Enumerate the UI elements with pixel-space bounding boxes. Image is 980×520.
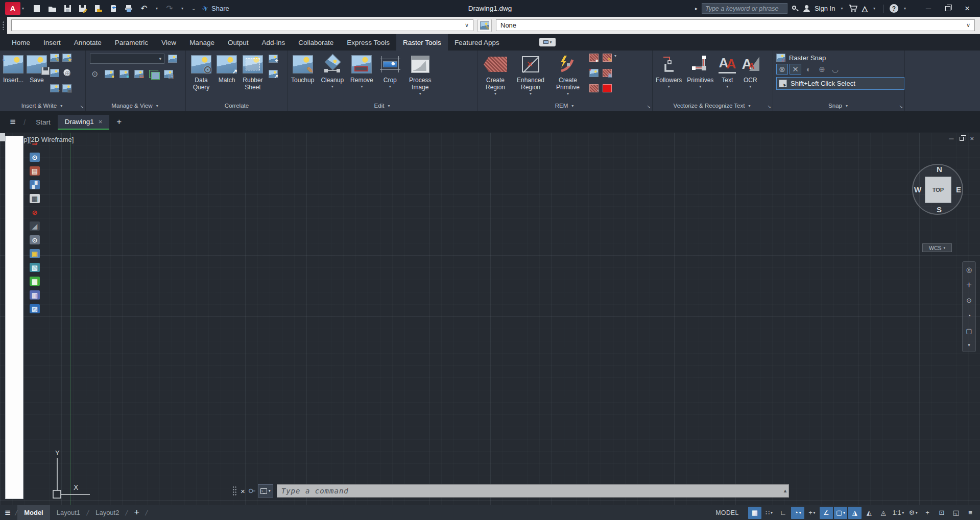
tab-add-ins[interactable]: Add-ins	[255, 34, 292, 51]
show-image-icon[interactable]	[105, 70, 114, 78]
tab-parametric[interactable]: Parametric	[108, 34, 155, 51]
tab-featured-apps[interactable]: Featured Apps	[448, 34, 506, 51]
rubber-sheet-button[interactable]: Rubber Sheet	[241, 52, 265, 91]
drawing1-tab[interactable]: Drawing1 ×	[58, 115, 110, 130]
ortho-mode-icon[interactable]: ∟	[777, 507, 790, 519]
raster-toolbar-remove-icon[interactable]: ⊘	[30, 208, 40, 217]
annotation-autoscale-icon[interactable]: ◭	[863, 507, 876, 519]
viewport-minimize-icon[interactable]: ─	[949, 135, 953, 142]
plot-icon[interactable]	[124, 4, 134, 14]
help-caret-icon[interactable]: ▾	[904, 6, 906, 11]
share-button[interactable]: ✈ Share	[202, 4, 229, 13]
image-extents-icon[interactable]	[164, 70, 173, 78]
navbar-caret-icon[interactable]: ▾	[968, 342, 970, 348]
embed-image-icon[interactable]	[50, 84, 59, 92]
autodesk-caret-icon[interactable]: ▾	[873, 6, 875, 11]
new-drawing-icon[interactable]: +	[116, 117, 122, 127]
erase-image-icon[interactable]	[134, 70, 144, 78]
start-tab[interactable]: Start	[29, 115, 58, 129]
menu-hamburger-icon[interactable]: ≡	[5, 116, 20, 128]
image-frame-combobox[interactable]: None ∨	[496, 19, 975, 31]
tab-output[interactable]: Output	[221, 34, 255, 51]
export-icon[interactable]	[93, 4, 103, 14]
sign-in-caret-icon[interactable]: ▾	[841, 6, 843, 11]
object-snap-tracking-icon[interactable]: ∠	[820, 507, 833, 519]
process-image-button[interactable]: Process Image▾	[407, 52, 434, 96]
match-button[interactable]: Match	[217, 52, 237, 84]
panel-launcher-icon[interactable]: ↘	[899, 104, 903, 109]
insert-from-web-icon[interactable]	[62, 69, 71, 77]
displace-image-icon[interactable]	[269, 55, 278, 63]
panel-launcher-icon[interactable]: ↘	[80, 104, 84, 109]
command-recent-button[interactable]: ›_▾	[258, 484, 273, 498]
object-snap-icon[interactable]: ▢▾	[834, 507, 847, 519]
viewcube-south[interactable]: S	[937, 205, 942, 214]
enhanced-region-button[interactable]: Enhanced Region▾	[515, 52, 546, 96]
raster-snap-center-icon[interactable]: ⊕	[816, 64, 828, 75]
save-as-icon[interactable]	[78, 4, 88, 14]
tab-insert[interactable]: Insert	[37, 34, 67, 51]
followers-button[interactable]: Followers▾	[656, 52, 682, 89]
select-region-icon[interactable]	[589, 54, 599, 62]
chevron-down-icon[interactable]: ▾	[614, 54, 616, 58]
raster-toolbar-magnifier-icon[interactable]: ⊙	[30, 235, 40, 244]
tab-manage[interactable]: Manage	[183, 34, 221, 51]
save-image-button[interactable]: Save	[27, 52, 47, 84]
app-store-cart-icon[interactable]	[848, 5, 857, 12]
help-icon[interactable]: ?	[890, 4, 898, 13]
raster-toolbar-palette-icon[interactable]: ▣	[30, 249, 40, 258]
new-file-icon[interactable]	[32, 4, 42, 14]
region-color-icon[interactable]	[603, 84, 612, 92]
pan-icon[interactable]: ✛	[966, 281, 972, 289]
primitives-button[interactable]: Primitives▾	[687, 52, 713, 89]
raster-toolbar-export-icon[interactable]: ▨	[30, 304, 40, 313]
raster-toolbar-scale-icon[interactable]: ▦	[30, 194, 40, 203]
showmotion-icon[interactable]: ▢	[966, 327, 972, 335]
close-tab-icon[interactable]: ×	[99, 118, 103, 126]
tab-collaborate[interactable]: Collaborate	[292, 34, 340, 51]
zoom-extents-icon[interactable]: ⊙	[966, 296, 972, 304]
annotation-scale-icon[interactable]: ◬	[877, 507, 890, 519]
help-search-input[interactable]: Type a keyword or phrase	[702, 3, 787, 14]
raster-toolbar-zoom-image-icon[interactable]: ⊙	[30, 153, 40, 162]
customization-plus-icon[interactable]: +	[921, 507, 934, 519]
qat-customize-icon[interactable]: ⌄	[192, 6, 196, 11]
tab-home[interactable]: Home	[5, 34, 37, 51]
isolate-objects-icon[interactable]: ⊡	[935, 507, 948, 519]
raster-snap-end-icon[interactable]: ⊗	[776, 64, 788, 75]
send-to-mobile-icon[interactable]	[108, 4, 118, 14]
panel-label-rem[interactable]: REM▾	[478, 100, 652, 111]
viewport-close-icon[interactable]: ×	[970, 135, 974, 142]
image-select-combobox[interactable]: ∨	[11, 19, 473, 31]
raster-toolbar-histogram-icon[interactable]: ▞	[30, 180, 40, 189]
create-region-button[interactable]: Create Region▾	[483, 52, 508, 96]
snap-mode-icon[interactable]: ∷▾	[762, 507, 776, 519]
save-icon[interactable]	[62, 4, 73, 14]
capture-image-icon[interactable]	[62, 84, 71, 92]
panel-label-edit[interactable]: Edit▾	[288, 100, 477, 111]
customization-menu-icon[interactable]: ≡	[964, 507, 977, 519]
ocr-button[interactable]: OCR▾	[741, 52, 759, 89]
undo-icon[interactable]: ↶	[139, 4, 149, 14]
polar-tracking-icon[interactable]: ◔▾	[791, 507, 804, 519]
minimize-button[interactable]: ─	[919, 2, 938, 15]
raster-toolbar-mask-icon[interactable]: ▦	[30, 277, 40, 286]
drawing-canvas[interactable]: [−][Top][2D Wireframe] ─ × ⇒⊙▤▞▦⊘◢⊙▣▧▦▥▨…	[0, 133, 980, 505]
raster-toolbar-layers-icon[interactable]: ▥	[30, 290, 40, 300]
layout2-tab[interactable]: Layout2	[89, 505, 126, 520]
workspace-switching-icon[interactable]: ⚙▾	[906, 507, 920, 519]
image-manager-icon[interactable]	[168, 55, 177, 63]
text-button[interactable]: Text▾	[719, 52, 736, 89]
hide-image-icon[interactable]	[119, 70, 129, 78]
grid-display-icon[interactable]: ▦	[748, 507, 761, 519]
command-input[interactable]: Type a command ▴	[277, 484, 789, 498]
orbit-icon[interactable]: ◔	[967, 312, 971, 319]
application-menu-button[interactable]: A	[5, 2, 20, 15]
palette-grab-handle[interactable]	[0, 133, 5, 141]
export-image-icon[interactable]	[50, 69, 59, 77]
panel-label-insert-write[interactable]: Insert & Write▾	[0, 100, 85, 111]
user-avatar-icon[interactable]	[803, 5, 810, 12]
layout-menu-hamburger-icon[interactable]: ≡	[0, 507, 15, 518]
search-icon[interactable]	[792, 5, 799, 12]
annotation-visibility-icon[interactable]: ◮	[848, 507, 862, 519]
